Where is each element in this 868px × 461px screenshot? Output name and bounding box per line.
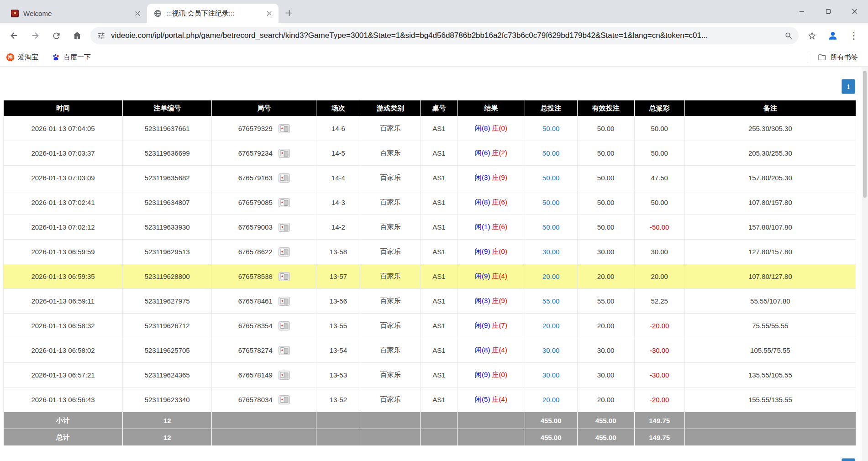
view-cards-icon[interactable] — [279, 395, 290, 404]
cell-payout: -30.00 — [634, 338, 684, 363]
cell-session: 13-55 — [316, 314, 360, 338]
column-header-10: 备注 — [684, 100, 856, 116]
tab-close-icon[interactable] — [132, 8, 142, 18]
cell-total-bet[interactable]: 50.00 — [525, 116, 577, 141]
cell-time: 2026-01-13 07:02:12 — [4, 215, 123, 240]
cell-total-bet[interactable]: 50.00 — [525, 215, 577, 240]
view-cards-icon[interactable] — [279, 223, 290, 232]
view-cards-icon[interactable] — [279, 346, 290, 355]
bookmark-baidu[interactable]: 百度一下 — [52, 53, 91, 62]
tab-close-icon[interactable] — [264, 8, 274, 18]
view-cards-icon[interactable] — [279, 297, 290, 306]
scrollbar[interactable] — [862, 67, 868, 461]
result-player: 闲(9) — [475, 371, 490, 378]
cell-remark: 157.80/107.80 — [684, 215, 856, 240]
result-player: 闲(8) — [475, 346, 490, 354]
home-button[interactable] — [68, 26, 87, 45]
cell-time: 2026-01-13 07:04:05 — [4, 116, 123, 141]
cell-total-bet[interactable]: 50.00 — [525, 141, 577, 166]
browser-menu-icon[interactable]: ⋮ — [844, 26, 863, 45]
globe-icon — [153, 9, 162, 17]
table-row[interactable]: 2026-01-13 07:02:12523119633930676579003… — [4, 215, 856, 240]
welcome-favicon — [11, 10, 19, 17]
cell-total-bet[interactable]: 30.00 — [525, 240, 577, 264]
pagination-page-1-bottom[interactable]: 1 — [842, 458, 855, 461]
new-tab-button[interactable] — [282, 6, 296, 20]
tab-bet-record[interactable]: :::视讯 会员下注纪录::: — [147, 4, 279, 23]
cell-total-bet[interactable]: 30.00 — [525, 338, 577, 363]
cell-total-bet[interactable]: 20.00 — [525, 388, 577, 412]
table-row[interactable]: 2026-01-13 06:56:43523119623340676578034… — [4, 388, 856, 412]
scrollbar-thumb[interactable] — [863, 71, 867, 198]
cell-result: 闲(5) 庄(4) — [458, 388, 525, 412]
refresh-button[interactable] — [47, 26, 66, 45]
cell-total-bet[interactable]: 30.00 — [525, 363, 577, 388]
maximize-button[interactable] — [815, 0, 842, 23]
bookmark-aitaobao[interactable]: 淘 爱淘宝 — [6, 53, 38, 62]
cell-time: 2026-01-13 07:03:37 — [4, 141, 123, 166]
total-row: 总计12455.00455.00149.75 — [4, 429, 856, 446]
table-row[interactable]: 2026-01-13 06:58:32523119626712676578354… — [4, 314, 856, 338]
zoom-icon[interactable] — [784, 31, 793, 40]
view-cards-icon[interactable] — [279, 198, 290, 207]
view-cards-icon[interactable] — [279, 173, 290, 183]
cell-payout: 50.00 — [634, 190, 684, 215]
bookmark-star-icon[interactable] — [802, 26, 821, 45]
table-row[interactable]: 2026-01-13 07:04:05523119637661676579329… — [4, 116, 856, 141]
result-player: 闲(9) — [475, 247, 490, 255]
round-number: 676578461 — [238, 297, 273, 305]
minimize-button[interactable] — [789, 0, 815, 23]
result-banker: 庄(7) — [492, 321, 507, 329]
cell-valid-bet: 50.00 — [577, 215, 634, 240]
subtotal-row-label: 小计 — [4, 412, 123, 429]
cell-remark: 157.80/205.30 — [684, 166, 856, 190]
cell-total-bet[interactable]: 50.00 — [525, 166, 577, 190]
view-cards-icon[interactable] — [279, 247, 290, 257]
table-row[interactable]: 2026-01-13 06:59:11523119627975676578461… — [4, 289, 856, 314]
close-button[interactable] — [842, 0, 868, 23]
all-bookmarks[interactable]: 所有书签 — [808, 52, 862, 63]
table-row[interactable]: 2026-01-13 06:59:35523119628800676578538… — [4, 264, 856, 289]
cell-total-bet[interactable]: 20.00 — [525, 264, 577, 289]
pagination-page-1[interactable]: 1 — [842, 79, 855, 94]
cell-result: 闲(9) 庄(0) — [458, 240, 525, 264]
table-row[interactable]: 2026-01-13 06:59:59523119629513676578622… — [4, 240, 856, 264]
cell-time: 2026-01-13 06:58:02 — [4, 338, 123, 363]
total-row-empty — [212, 429, 316, 446]
view-cards-icon[interactable] — [279, 124, 290, 133]
cell-valid-bet: 20.00 — [577, 388, 634, 412]
cell-total-bet[interactable]: 50.00 — [525, 190, 577, 215]
cell-game-type: 百家乐 — [360, 388, 421, 412]
cell-game-type: 百家乐 — [360, 190, 421, 215]
table-row[interactable]: 2026-01-13 07:03:37523119636699676579234… — [4, 141, 856, 166]
cell-round: 676579329 — [212, 116, 316, 141]
tab-welcome[interactable]: Welcome — [5, 4, 147, 23]
back-button[interactable] — [5, 26, 24, 45]
cell-total-bet[interactable]: 20.00 — [525, 314, 577, 338]
result-player: 闲(8) — [475, 198, 490, 206]
cell-session: 13-53 — [316, 363, 360, 388]
view-cards-icon[interactable] — [279, 321, 290, 330]
view-cards-icon[interactable] — [279, 272, 290, 281]
cell-valid-bet: 30.00 — [577, 338, 634, 363]
view-cards-icon[interactable] — [279, 371, 290, 380]
bookmark-label: 爱淘宝 — [18, 53, 38, 62]
view-cards-icon[interactable] — [279, 149, 290, 158]
table-row[interactable]: 2026-01-13 06:58:02523119625705676578274… — [4, 338, 856, 363]
url-text[interactable]: videoie.com/ipl/portal.php/game/betrecor… — [111, 31, 779, 40]
cell-payout: 50.00 — [634, 116, 684, 141]
folder-icon — [818, 53, 826, 62]
cell-total-bet[interactable]: 55.00 — [525, 289, 577, 314]
site-settings-icon[interactable] — [97, 31, 105, 40]
address-bar[interactable]: videoie.com/ipl/portal.php/game/betrecor… — [90, 27, 799, 44]
profile-avatar-icon[interactable] — [823, 26, 842, 45]
all-bookmarks-label: 所有书签 — [831, 53, 858, 62]
table-row[interactable]: 2026-01-13 07:02:41523119634807676579085… — [4, 190, 856, 215]
column-header-1: 注单编号 — [123, 100, 212, 116]
table-row[interactable]: 2026-01-13 06:57:21523119624365676578149… — [4, 363, 856, 388]
cell-session: 14-6 — [316, 116, 360, 141]
subtotal-row-valid-bet: 455.00 — [577, 412, 634, 429]
forward-button[interactable] — [26, 26, 45, 45]
round-number: 676579003 — [238, 223, 273, 231]
table-row[interactable]: 2026-01-13 07:03:09523119635682676579163… — [4, 166, 856, 190]
